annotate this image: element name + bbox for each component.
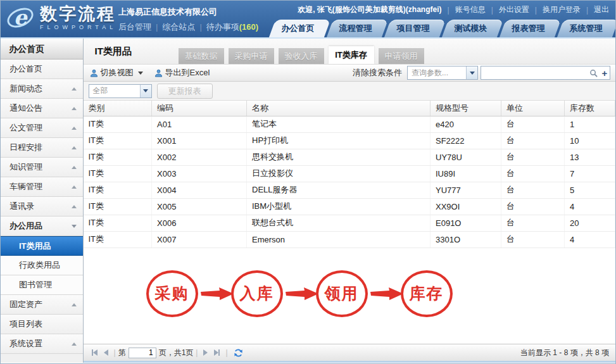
- flow-step-circle: 领用: [316, 270, 368, 317]
- table-cell: IT类: [84, 149, 152, 165]
- table-row[interactable]: IT类X005IBM小型机XX9OI台4: [84, 198, 615, 215]
- flow-step-circle: 采购: [146, 270, 198, 317]
- flow-arrow-icon: [370, 286, 403, 304]
- sidebar-item[interactable]: IT类用品: [1, 236, 83, 256]
- table-header-row: 类别编码名称规格型号单位库存数: [84, 101, 615, 116]
- user-link[interactable]: 退出: [594, 4, 609, 15]
- first-page-icon[interactable]: [92, 349, 97, 356]
- switch-view-button[interactable]: 切换视图: [90, 67, 143, 78]
- add-filter-icon[interactable]: +: [600, 68, 610, 78]
- process-flow-diagram: 采购入库领用库存: [84, 248, 616, 344]
- query-param-select[interactable]: 查询参数...: [407, 66, 478, 80]
- sidebar-item[interactable]: 通知公告: [1, 99, 83, 118]
- inventory-table: 类别编码名称规格型号单位库存数 IT类A01笔记本e420台1IT类X001HP…: [84, 101, 616, 248]
- table-cell: 联想台式机: [247, 215, 431, 231]
- last-page-icon[interactable]: [214, 349, 220, 356]
- sidebar-item[interactable]: 办公用品: [1, 217, 83, 236]
- switch-view-label: 切换视图: [101, 67, 134, 78]
- sidebar-item[interactable]: 知识管理: [1, 158, 83, 177]
- chevron-down-icon[interactable]: [466, 66, 477, 79]
- sub-tab[interactable]: 验收入库: [279, 48, 324, 64]
- page-suffix: 页，共1页: [159, 348, 194, 358]
- table-row[interactable]: IT类X002思科交换机UY78U台13: [84, 149, 615, 165]
- search-box: +: [481, 66, 610, 80]
- sub-tab[interactable]: 基础数据: [179, 48, 224, 64]
- main-tab[interactable]: 流程管理: [327, 20, 384, 37]
- table-cell: X006: [152, 215, 247, 231]
- sidebar-item[interactable]: 行政类用品: [1, 256, 83, 275]
- category-select[interactable]: 全部: [89, 84, 152, 98]
- sidebar-item[interactable]: 图书管理: [1, 275, 83, 295]
- content-area: IT类用品 基础数据采购申请验收入库IT类库存申请领用 切换视图: [84, 39, 616, 363]
- user-link[interactable]: 外出设置: [499, 4, 529, 15]
- table-row[interactable]: IT类X001HP打印机SF2222台10: [84, 132, 615, 149]
- sidebar-title: 办公首页: [1, 39, 83, 60]
- export-excel-button[interactable]: 导出到Excel: [154, 67, 210, 78]
- column-header[interactable]: 单位: [501, 101, 565, 116]
- quick-link[interactable]: 待办事项: [206, 22, 239, 32]
- pagination-bar: | 第 页，共1页 | | 当前显示 1 - 8 项，共 8 项: [84, 344, 616, 361]
- user-link[interactable]: 换用户登录: [543, 4, 581, 15]
- person-icon: [154, 69, 163, 77]
- chevron-up-icon: [72, 342, 77, 346]
- user-link[interactable]: 账号信息: [455, 4, 486, 15]
- sidebar-item[interactable]: 公文管理: [1, 118, 83, 138]
- quick-link[interactable]: 后台管理: [118, 22, 151, 32]
- sub-tab[interactable]: 申请领用: [379, 48, 424, 64]
- search-input[interactable]: [481, 67, 587, 78]
- table-cell: 3301O: [431, 231, 501, 248]
- search-icon[interactable]: [587, 69, 600, 77]
- table-cell: X001: [152, 132, 247, 149]
- update-report-button[interactable]: 更新报表: [157, 84, 213, 99]
- main-tab[interactable]: 报表管理: [500, 20, 556, 37]
- column-header[interactable]: 规格型号: [431, 101, 501, 116]
- table-cell: UY78U: [431, 149, 501, 165]
- sidebar-item[interactable]: 系统设置: [1, 334, 83, 354]
- column-header[interactable]: 名称: [247, 101, 431, 116]
- table-row[interactable]: IT类X003日立投影仪IU89I台7: [84, 165, 615, 182]
- page-number-input[interactable]: [129, 348, 156, 358]
- table-cell: IT类: [84, 182, 152, 198]
- sidebar-item[interactable]: 日程安排: [1, 138, 83, 158]
- chevron-up-icon: [72, 205, 77, 208]
- sidebar-item[interactable]: 项目列表: [1, 315, 83, 334]
- table-cell: 5: [565, 182, 615, 198]
- sidebar-item[interactable]: 办公首页: [1, 60, 83, 79]
- table-cell: 10: [565, 132, 615, 149]
- main-tab[interactable]: 系统管理: [558, 20, 614, 37]
- chevron-up-icon: [72, 127, 77, 130]
- table-cell: 台: [501, 149, 565, 165]
- prev-page-icon[interactable]: [104, 349, 108, 356]
- table-cell: X004: [152, 182, 247, 198]
- table-cell: IBM小型机: [247, 198, 431, 215]
- column-header[interactable]: 库存数: [565, 101, 615, 116]
- table-cell: 7: [565, 165, 615, 182]
- sidebar-item[interactable]: 车辆管理: [1, 177, 83, 197]
- table-cell: 台: [501, 165, 565, 182]
- column-header[interactable]: 编码: [152, 101, 247, 116]
- todo-count-badge: (160): [239, 22, 258, 32]
- refresh-icon[interactable]: [234, 348, 243, 358]
- table-cell: 4: [565, 198, 615, 215]
- quick-link[interactable]: 综合站点: [162, 22, 195, 32]
- table-row[interactable]: IT类X004DELL服务器YU777台5: [84, 182, 615, 198]
- next-page-icon[interactable]: [203, 349, 208, 356]
- main-tab[interactable]: 办公首页: [270, 20, 326, 37]
- clear-search-link[interactable]: 清除搜索条件: [353, 67, 402, 78]
- sub-tab[interactable]: IT类库存: [329, 46, 374, 64]
- table-row[interactable]: IT类X007Emerson3301O台4: [84, 231, 615, 248]
- sub-tab[interactable]: 采购申请: [229, 48, 274, 64]
- chevron-down-icon[interactable]: [140, 85, 151, 97]
- export-excel-label: 导出到Excel: [165, 67, 210, 78]
- ie-e-logo-icon: e: [6, 3, 35, 32]
- column-header[interactable]: 类别: [84, 101, 152, 116]
- table-row[interactable]: IT类X006联想台式机E091O台20: [84, 215, 615, 231]
- main-tab[interactable]: 测试模块: [443, 20, 499, 37]
- sidebar-item[interactable]: 新闻动态: [1, 79, 83, 99]
- sidebar-item[interactable]: 固定资产: [1, 295, 83, 315]
- logo-title: 数字流程: [40, 5, 116, 23]
- table-cell: XX9OI: [431, 198, 501, 215]
- table-row[interactable]: IT类A01笔记本e420台1: [84, 116, 615, 132]
- main-tab[interactable]: 项目管理: [385, 20, 441, 37]
- sidebar-item[interactable]: 通讯录: [1, 197, 83, 217]
